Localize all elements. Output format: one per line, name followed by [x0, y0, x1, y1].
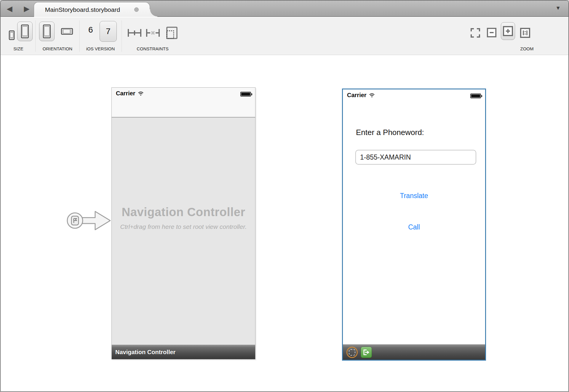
navigation-controller-drag-hint: Ctrl+drag from here to set root view con…	[112, 223, 255, 230]
ios-version-6-button[interactable]: 6	[88, 25, 93, 35]
zoom-out-button[interactable]	[487, 28, 497, 38]
call-button[interactable]: Call	[343, 223, 485, 231]
battery-icon	[470, 94, 481, 98]
wifi-icon	[138, 91, 144, 96]
phoneword-prompt-label: Enter a Phoneword:	[356, 128, 424, 137]
storyboard-entry-point-arrow[interactable]	[66, 209, 113, 233]
scene-footer-bar[interactable]: Navigation Controller	[112, 345, 255, 359]
toolbar-divider	[122, 20, 122, 52]
forward-icon[interactable]: ▶	[21, 3, 32, 14]
designer-window: ◀ ▶ MainStoryboard.storyboard ▼ SIZE ORI…	[0, 0, 569, 392]
carrier-text: Carrier	[347, 92, 367, 99]
orientation-portrait-icon	[43, 25, 51, 38]
add-constraint-icon[interactable]	[127, 28, 142, 38]
size-label: SIZE	[4, 46, 33, 51]
navigation-controller-placeholder-title: Navigation Controller	[112, 205, 255, 219]
zoom-in-button[interactable]	[501, 22, 515, 40]
ios-version-label: iOS VERSION	[80, 46, 121, 51]
back-icon[interactable]: ◀	[4, 3, 15, 14]
orientation-landscape-icon[interactable]	[61, 28, 73, 35]
orientation-label: ORIENTATION	[35, 46, 80, 51]
orientation-portrait-button[interactable]	[39, 22, 55, 41]
carrier-status: Carrier	[347, 92, 375, 99]
view-controller-icon[interactable]	[346, 347, 358, 358]
vc-status-bar: Carrier	[343, 89, 485, 119]
wifi-icon	[369, 93, 375, 98]
exit-segue-icon	[362, 349, 370, 356]
size-4inch-icon	[21, 25, 29, 38]
ios-version-7-value: 7	[106, 27, 111, 36]
translate-button[interactable]: Translate	[343, 192, 485, 200]
scene-footer-label: Navigation Controller	[112, 345, 255, 359]
battery-icon	[240, 92, 251, 97]
phoneword-input[interactable]	[355, 150, 476, 165]
zoom-fit-icon[interactable]	[471, 28, 480, 38]
zoom-label: ZOOM	[497, 46, 557, 51]
constraints-label: CONSTRAINTS	[126, 46, 179, 51]
nav-status-bar: Carrier	[112, 88, 255, 118]
tab-modified-dot-icon	[134, 7, 139, 12]
scene-footer-bar[interactable]	[343, 344, 485, 360]
phoneword-view-controller-scene[interactable]: Carrier Enter a Phoneword: Translate Cal…	[342, 89, 486, 361]
remove-constraint-icon[interactable]	[146, 28, 160, 38]
size-4inch-button[interactable]	[17, 22, 33, 41]
designer-toolbar: SIZE ORIENTATION 6 7 iOS VERSION CONSTRA…	[1, 17, 568, 55]
zoom-in-icon	[503, 26, 513, 36]
carrier-text: Carrier	[116, 90, 135, 97]
ios-version-7-button[interactable]: 7	[100, 21, 117, 42]
navigation-controller-scene[interactable]: Carrier Navigation Controller Ctrl+drag …	[111, 87, 255, 359]
exit-segue-button[interactable]	[361, 347, 372, 358]
tab-bar: ◀ ▶ MainStoryboard.storyboard ▼	[1, 1, 568, 17]
carrier-status: Carrier	[116, 90, 144, 97]
update-frames-icon[interactable]	[166, 26, 178, 39]
zoom-actual-size-icon[interactable]	[520, 28, 530, 38]
tab-mainstoryboard[interactable]: MainStoryboard.storyboard	[34, 2, 150, 17]
storyboard-canvas[interactable]: Carrier Navigation Controller Ctrl+drag …	[1, 55, 568, 391]
tab-overflow-icon[interactable]: ▼	[555, 5, 561, 11]
size-3.5inch-icon[interactable]	[9, 30, 15, 40]
tab-title: MainStoryboard.storyboard	[45, 6, 120, 13]
